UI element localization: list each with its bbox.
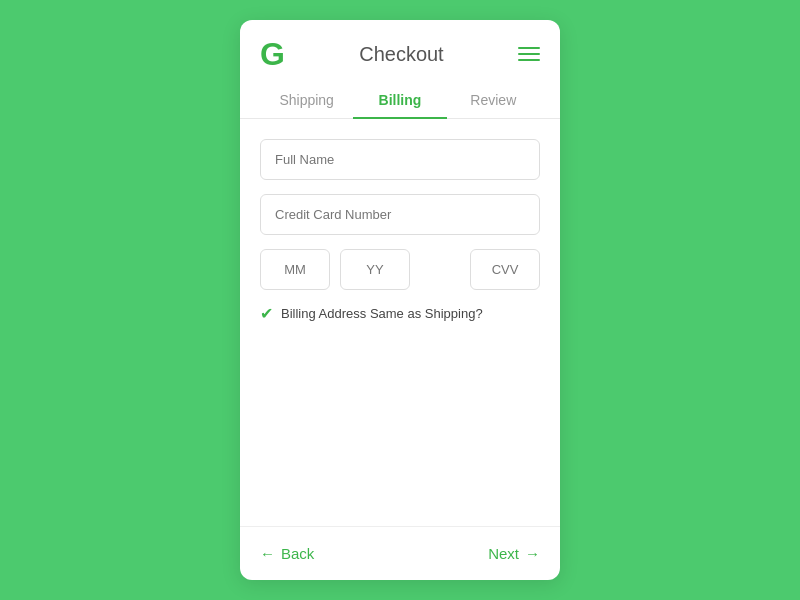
year-input[interactable] bbox=[340, 249, 410, 290]
back-button[interactable]: ← Back bbox=[260, 545, 314, 562]
billing-same-checkbox[interactable]: ✔ bbox=[260, 304, 273, 323]
checkout-card: G Checkout Shipping Billing Review ✔ Bil… bbox=[240, 20, 560, 580]
expiry-cvv-row bbox=[260, 249, 540, 290]
back-arrow-icon: ← bbox=[260, 545, 275, 562]
expiry-spacer bbox=[420, 249, 460, 290]
month-input[interactable] bbox=[260, 249, 330, 290]
next-label: Next bbox=[488, 545, 519, 562]
page-title: Checkout bbox=[285, 43, 518, 66]
billing-form: ✔ Billing Address Same as Shipping? bbox=[240, 119, 560, 526]
tab-bar: Shipping Billing Review bbox=[240, 82, 560, 119]
menu-icon[interactable] bbox=[518, 47, 540, 61]
billing-same-row: ✔ Billing Address Same as Shipping? bbox=[260, 304, 540, 323]
logo: G bbox=[260, 38, 285, 70]
billing-same-label: Billing Address Same as Shipping? bbox=[281, 306, 483, 321]
tab-shipping[interactable]: Shipping bbox=[260, 82, 353, 118]
credit-card-input[interactable] bbox=[260, 194, 540, 235]
next-arrow-icon: → bbox=[525, 545, 540, 562]
back-label: Back bbox=[281, 545, 314, 562]
tab-billing[interactable]: Billing bbox=[353, 82, 446, 118]
footer: ← Back Next → bbox=[240, 526, 560, 580]
next-button[interactable]: Next → bbox=[488, 545, 540, 562]
header: G Checkout bbox=[240, 20, 560, 82]
tab-review[interactable]: Review bbox=[447, 82, 540, 118]
full-name-input[interactable] bbox=[260, 139, 540, 180]
cvv-input[interactable] bbox=[470, 249, 540, 290]
